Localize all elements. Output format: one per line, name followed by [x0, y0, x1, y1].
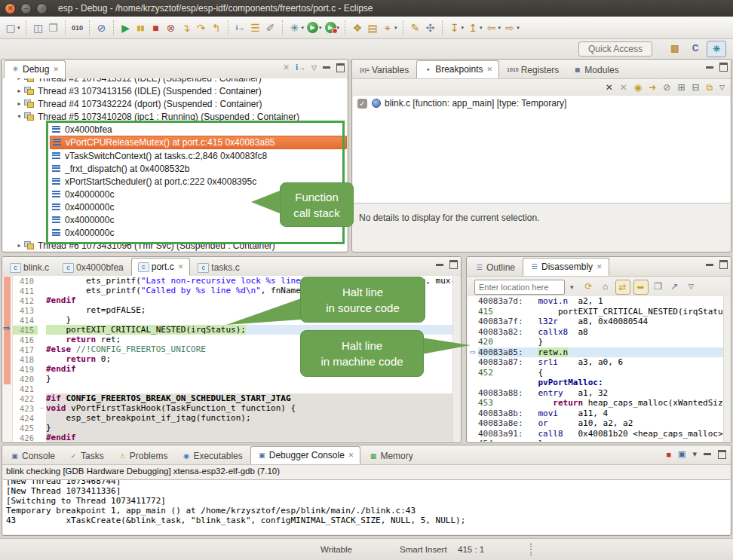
forward-button[interactable]: ⇨▾ — [502, 20, 521, 36]
maximize-icon[interactable] — [449, 260, 458, 269]
disassembly-row[interactable]: 40083a82: callx8 a8 — [468, 327, 730, 338]
dropdown-caret-icon[interactable]: ▾ — [498, 25, 501, 31]
disassembly-listing[interactable]: 40083a7d: movi.n a2, 1415 portEXIT_CRITI… — [468, 296, 730, 442]
location-input[interactable] — [474, 280, 565, 295]
new-wizard-button[interactable]: ▢▾ — [3, 20, 22, 36]
disassembly-row[interactable]: 453 return heap_caps_malloc(xWantedSize — [468, 398, 730, 409]
drop-to-frame-button[interactable]: ☰ — [248, 20, 263, 36]
sync-with-stack-icon[interactable]: ⇄ — [615, 280, 630, 295]
open-perspective-button[interactable]: ▨ — [666, 41, 684, 56]
disassembly-row[interactable]: 40083a8e: or a10, a2, a2 — [468, 418, 730, 429]
close-icon[interactable]: ✕ — [348, 451, 354, 459]
tree-expander-icon[interactable]: ▸ — [15, 78, 23, 81]
link-with-debug-icon[interactable]: ⧉ — [707, 82, 713, 93]
code-line[interactable]: 426#endif — [13, 433, 460, 442]
maximize-icon[interactable] — [719, 63, 728, 72]
window-close-icon[interactable]: ✕ — [5, 3, 16, 14]
show-supported-breakpoints-icon[interactable]: ◉ — [634, 82, 642, 93]
tree-expander-icon[interactable]: ▸ — [15, 242, 23, 249]
suspend-button[interactable]: ▮▮ — [133, 20, 149, 36]
tab-disassembly[interactable]: ☲Disassembly✕ — [523, 258, 609, 276]
binary-trace-button[interactable]: 010 — [70, 20, 85, 36]
resume-button[interactable]: ▶ — [118, 20, 133, 36]
close-icon[interactable]: ✕ — [597, 263, 603, 271]
tab-debugger-console[interactable]: ▣Debugger Console✕ — [250, 446, 361, 464]
run-button[interactable]: ▶▾ — [305, 20, 324, 36]
back-button[interactable]: ⇦▾ — [484, 20, 503, 36]
code-line[interactable]: 424 esp_set_breakpoint_if_jtag(function)… — [13, 413, 460, 423]
skip-all-breakpoints-icon[interactable]: ⊘ — [663, 82, 670, 93]
debug-config-button[interactable]: ✳▾ — [287, 20, 306, 36]
dropdown-caret-icon[interactable]: ▾ — [517, 25, 520, 31]
dropdown-caret-icon[interactable]: ▾ — [394, 25, 397, 31]
step-filters-button[interactable]: ✐ — [263, 20, 278, 36]
remove-all-terminated-icon[interactable]: ✕ — [283, 63, 290, 72]
collapse-all-icon[interactable]: ⊟ — [692, 82, 699, 93]
tab-tasksc[interactable]: ctasks.c — [192, 259, 245, 276]
minimize-icon[interactable] — [323, 66, 330, 69]
remove-breakpoint-icon[interactable]: ✕ — [606, 82, 613, 93]
minimize-icon[interactable] — [706, 66, 713, 69]
tab-outline[interactable]: ☰Outline — [468, 259, 521, 276]
display-console-icon[interactable]: ▣ — [678, 449, 685, 459]
fold-marker-icon[interactable]: − — [38, 405, 46, 412]
tree-expander-icon[interactable]: ▸ — [15, 100, 23, 107]
view-menu-icon[interactable]: ▽ — [685, 280, 698, 293]
dropdown-caret-icon[interactable]: ▾ — [462, 25, 465, 31]
tab-tasks[interactable]: ✓Tasks — [63, 448, 110, 464]
external-tools-button[interactable]: ▶▾ — [324, 20, 342, 36]
new-cpp-element-button[interactable]: ❖ — [350, 20, 365, 36]
tab-variables[interactable]: (x)=Variables — [354, 62, 415, 78]
dropdown-caret-icon[interactable]: ▾ — [480, 25, 483, 31]
terminate-console-icon[interactable]: ■ — [666, 450, 671, 459]
follow-pc-icon[interactable]: ➥ — [633, 280, 649, 295]
terminate-button[interactable]: ■ — [149, 20, 164, 36]
instruction-stepping-button[interactable]: i→ — [233, 20, 248, 36]
previous-edit-button[interactable]: ↥▾ — [465, 20, 484, 36]
debug-perspective-button[interactable]: ✳ — [707, 41, 726, 57]
dropdown-caret-icon[interactable]: ▾ — [17, 25, 20, 31]
close-icon[interactable]: ✕ — [487, 66, 493, 73]
console-menu-caret-icon[interactable]: ▾ — [692, 449, 697, 459]
tab-blinkc[interactable]: cblink.c — [4, 259, 55, 276]
disassembly-row[interactable]: 40083a87: srli a3, a0, 6 — [468, 357, 730, 368]
step-over-button[interactable]: ↷ — [194, 20, 209, 36]
refresh-icon[interactable]: ⟳ — [582, 280, 596, 293]
thread-row[interactable]: ▸Thread #2 1073413312 (IDLE) (Suspended … — [3, 78, 347, 84]
maximize-icon[interactable] — [336, 63, 345, 72]
code-line[interactable]: 423−void vPortFirstTaskHook(TaskFunction… — [13, 403, 460, 413]
tab-console[interactable]: ▣Console — [4, 448, 61, 464]
maximize-icon[interactable] — [719, 260, 728, 269]
window-maximize-icon[interactable]: ▫ — [36, 3, 48, 14]
new-view-icon[interactable]: ❐ — [652, 280, 665, 293]
step-return-button[interactable]: ↰ — [209, 20, 224, 36]
maximize-icon[interactable] — [718, 450, 726, 459]
disassembly-row[interactable]: 40083a91: call8 0x40081b20 <heap_caps_ma… — [468, 429, 730, 439]
save-button[interactable]: ◫ — [31, 20, 46, 36]
code-line[interactable]: 425} — [13, 423, 460, 433]
tab-breakpoints[interactable]: ●Breakpoints✕ — [416, 60, 499, 78]
tree-expander-icon[interactable]: ▾ — [15, 113, 23, 120]
dropdown-caret-icon[interactable]: ▾ — [302, 25, 305, 31]
disassembly-row[interactable]: 40083a88: entry a1, 32 — [468, 388, 730, 399]
instruction-stepping-mode-icon[interactable]: i→ — [296, 63, 305, 72]
search-button[interactable]: ⌖▾ — [380, 20, 399, 36]
last-edit-location-button[interactable]: ↧▾ — [447, 20, 466, 36]
minimize-icon[interactable] — [436, 264, 443, 266]
editor-scrollbar[interactable] — [452, 276, 460, 442]
tab-portc[interactable]: cport.c✕ — [131, 258, 191, 276]
thread-row[interactable]: ▸Thread #4 1073432224 (dport) (Suspended… — [3, 97, 347, 110]
close-icon[interactable]: ✕ — [178, 263, 184, 271]
mark-occurrences-button[interactable]: ✎ — [408, 20, 423, 36]
disassembly-row[interactable]: 40083a8b: movi a11, 4 — [468, 409, 730, 419]
disassembly-row[interactable]: 454 } — [468, 439, 730, 442]
tab-modules[interactable]: ▤Modules — [566, 62, 624, 78]
view-menu-icon[interactable]: ▽ — [311, 64, 317, 72]
breakpoint-checkbox[interactable]: ✓ — [357, 99, 367, 109]
disassembly-row[interactable]: ⇨40083a85: retw.n — [468, 347, 730, 358]
close-icon[interactable]: ✕ — [53, 66, 59, 73]
open-element-button[interactable]: ▤ — [365, 20, 380, 36]
minimize-icon[interactable] — [706, 264, 713, 266]
tab-registers[interactable]: 1010Registers — [501, 62, 565, 78]
skip-all-breakpoints-button[interactable]: ⊘ — [94, 20, 109, 36]
